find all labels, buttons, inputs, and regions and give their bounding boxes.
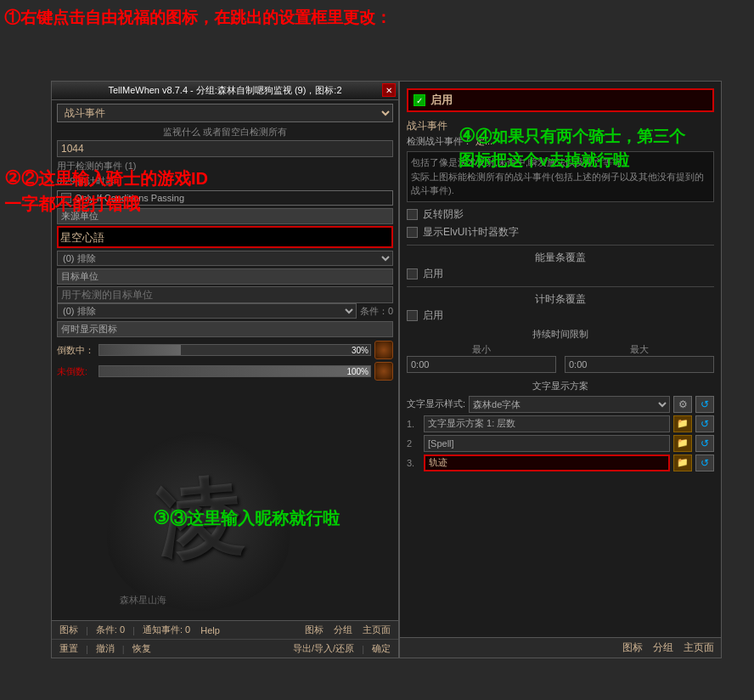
source-input-box xyxy=(57,226,393,248)
timer-enable-checkbox[interactable] xyxy=(407,310,418,321)
spell-id-input[interactable] xyxy=(57,140,393,157)
text-display-title: 文字显示方案 xyxy=(407,380,714,392)
line3-input[interactable] xyxy=(424,454,670,471)
line1-refresh[interactable]: ↺ xyxy=(695,415,714,432)
annotation-2: ②②这里输入骑士的游戏ID 一字都不能打错哦 xyxy=(4,166,208,216)
timer-title: 计时条覆盖 xyxy=(407,292,714,307)
duration-row: 最小 最大 xyxy=(407,343,714,373)
source-input[interactable] xyxy=(60,232,390,245)
text-display-section: 文字显示方案 文字显示样式: 森林de字体 ⚙ ↺ 1. 📁 ↺ 2 xyxy=(407,380,714,471)
tab-right-icon[interactable]: 图标 xyxy=(302,623,326,637)
tab-notify[interactable]: 通知事件: 0 xyxy=(140,623,193,637)
refresh-button[interactable]: ↺ xyxy=(695,396,714,413)
gear-button[interactable]: ⚙ xyxy=(673,396,692,413)
countdown-row: 倒数中： 30% xyxy=(57,341,393,359)
right-tab-icon[interactable]: 图标 xyxy=(622,641,643,655)
tab-right-group[interactable]: 分组 xyxy=(331,623,355,637)
countdown-bar[interactable]: 30% xyxy=(98,344,371,356)
countdown-icon xyxy=(374,341,393,359)
duration-title: 持续时间限制 xyxy=(407,328,714,341)
line1-folder[interactable]: 📁 xyxy=(673,415,692,432)
progress-section: 倒数中： 30% 未倒数: 100% xyxy=(57,341,393,381)
anno2-line1: ②②这里输入骑士的游戏ID xyxy=(4,166,208,192)
min-label: 最小 xyxy=(407,343,556,356)
line1-input[interactable] xyxy=(424,415,670,432)
tabs-row1: 图标 | 条件: 0 | 通知事件: 0 Help 图标 分组 主页面 xyxy=(52,621,398,640)
energy-title: 能量条覆盖 xyxy=(407,251,714,265)
display-header: 何时显示图标 xyxy=(57,321,393,337)
btn-cancel[interactable]: 撤消 xyxy=(93,641,117,656)
anno4-line2: 图标把这个v去掉就行啦 xyxy=(459,150,685,172)
target-input[interactable] xyxy=(57,286,393,303)
shadow-label: 反转阴影 xyxy=(423,207,464,222)
countdown-value: 30% xyxy=(352,345,369,357)
text-line-3: 3. 📁 ↺ xyxy=(407,454,714,471)
source-exclude-row: (0) 排除 xyxy=(57,251,393,266)
text-style-select[interactable]: 森林de字体 xyxy=(469,396,670,413)
line2-input[interactable] xyxy=(424,435,670,452)
target-unit-header: 目标单位 xyxy=(57,268,393,285)
divider1 xyxy=(407,245,714,246)
annotation-3: ③③这里输入昵称就行啦 xyxy=(153,507,340,530)
undone-icon xyxy=(374,362,393,381)
tab-help[interactable]: Help xyxy=(198,624,222,636)
right-bottom-tabs: 图标 分组 主页面 xyxy=(400,637,721,658)
enable-row: ✓ 启用 xyxy=(407,88,714,112)
event-type-row: 战斗事件 xyxy=(57,104,393,122)
anno2-line2: 一字都不能打错哦 xyxy=(4,192,208,216)
min-field: 最小 xyxy=(407,343,556,373)
tab-conditions[interactable]: 条件: 0 xyxy=(93,623,127,637)
title-bar: TellMeWhen v8.7.4 - 分组:森林自制嗯狗监视 (9)，图标:2… xyxy=(52,82,398,100)
target-condition-label: 条件：0 xyxy=(360,305,393,318)
target-exclude-row: (0) 排除 条件：0 xyxy=(57,303,393,319)
event-type-select[interactable]: 战斗事件 xyxy=(57,104,393,122)
elv-checkbox[interactable] xyxy=(407,227,418,238)
calli-subtitle: 森林星山海 xyxy=(120,594,166,607)
title-text: TellMeWhen v8.7.4 - 分组:森林自制嗯狗监视 (9)，图标:2 xyxy=(108,84,341,97)
right-tab-main[interactable]: 主页面 xyxy=(684,641,714,655)
right-tab-group[interactable]: 分组 xyxy=(653,641,673,655)
min-input[interactable] xyxy=(407,356,556,373)
divider2 xyxy=(407,286,714,287)
max-field: 最大 xyxy=(565,343,714,373)
shadow-checkbox[interactable] xyxy=(407,209,418,220)
line3-number: 3. xyxy=(407,458,420,468)
countdown-label: 倒数中： xyxy=(57,344,95,357)
annotation-4: ④④如果只有两个骑士，第三个 图标把这个v去掉就行啦 xyxy=(459,123,685,172)
undone-value: 100% xyxy=(346,366,369,378)
line2-folder[interactable]: 📁 xyxy=(673,435,692,452)
btn-restore[interactable]: 恢复 xyxy=(130,641,154,656)
tab-icon[interactable]: 图标 xyxy=(57,623,81,637)
text-style-label: 文字显示样式: xyxy=(407,398,465,410)
line3-refresh[interactable]: ↺ xyxy=(695,454,714,471)
btn-confirm[interactable]: 确定 xyxy=(369,641,393,656)
undone-row: 未倒数: 100% xyxy=(57,362,393,381)
line2-refresh[interactable]: ↺ xyxy=(695,435,714,452)
tabs-row2: 重置 | 撤消 | 恢复 导出/导入/还原 | 确定 xyxy=(52,640,398,658)
timer-enable-row: 启用 xyxy=(407,308,714,323)
btn-export[interactable]: 导出/导入/还原 xyxy=(290,641,357,656)
max-input[interactable] xyxy=(565,356,714,373)
timer-enable-label: 启用 xyxy=(423,308,443,323)
left-panel-content: 战斗事件 监视什么 或者留空白检测所有 用于检测的事件 (1) 0:29 的计时… xyxy=(52,100,398,387)
source-exclude-select[interactable]: (0) 排除 xyxy=(57,251,393,266)
bottom-tabs: 图标 | 条件: 0 | 通知事件: 0 Help 图标 分组 主页面 重置 |… xyxy=(52,620,398,658)
energy-enable-checkbox[interactable] xyxy=(407,268,418,279)
anno4-line1: ④④如果只有两个骑士，第三个 xyxy=(459,123,685,150)
tab-right-main[interactable]: 主页面 xyxy=(360,623,393,637)
btn-reset[interactable]: 重置 xyxy=(57,641,81,656)
section-label: 监视什么 或者留空白检测所有 xyxy=(57,126,393,138)
undone-label: 未倒数: xyxy=(57,365,95,378)
close-button[interactable]: ✕ xyxy=(382,83,396,97)
annotation-1: ①右键点击自由祝福的图标，在跳出的设置框里更改： xyxy=(4,7,391,29)
line3-folder[interactable]: 📁 xyxy=(673,454,692,471)
target-exclude-select[interactable]: (0) 排除 xyxy=(57,303,357,319)
undone-bar[interactable]: 100% xyxy=(98,365,371,377)
countdown-fill xyxy=(99,345,181,355)
enable-checkbox[interactable]: ✓ xyxy=(414,94,425,106)
line2-number: 2 xyxy=(407,438,420,449)
enable-label: 启用 xyxy=(430,93,453,108)
max-label: 最大 xyxy=(565,343,714,356)
duration-section: 持续时间限制 最小 最大 xyxy=(407,328,714,373)
text-line-1: 1. 📁 ↺ xyxy=(407,415,714,432)
